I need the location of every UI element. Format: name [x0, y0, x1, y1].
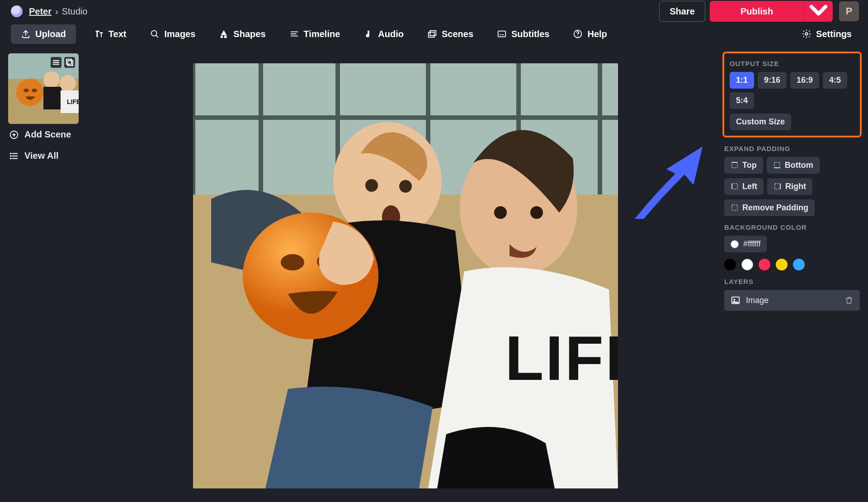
background-color-section: BACKGROUND COLOR #ffffff [722, 223, 862, 270]
pad-right-button[interactable]: Right [767, 178, 812, 195]
toolbar-timeline[interactable]: Timeline [284, 25, 346, 43]
publish-group: Publish [710, 1, 833, 22]
help-icon [573, 29, 583, 39]
view-all-label: View All [24, 151, 59, 161]
swatch-black[interactable] [724, 259, 736, 270]
svg-point-58 [494, 206, 507, 219]
annotation-arrow-icon [626, 142, 707, 223]
search-icon [150, 29, 160, 39]
background-color-title: BACKGROUND COLOR [724, 223, 860, 231]
audio-label: Audio [378, 29, 404, 39]
pad-left-button[interactable]: Left [724, 178, 764, 195]
swatch-red[interactable] [759, 259, 770, 270]
main-area: LIFE Add Scene View All [0, 45, 868, 502]
svg-point-20 [32, 89, 37, 92]
add-scene-label: Add Scene [24, 129, 71, 140]
subtitles-icon [497, 29, 507, 39]
svg-rect-65 [732, 184, 737, 189]
pad-none-icon [731, 204, 739, 212]
help-label: Help [587, 29, 607, 39]
profile-chip[interactable]: P [839, 1, 859, 21]
toolbar-images[interactable]: Images [144, 25, 201, 43]
pad-left-icon [731, 182, 739, 190]
svg-point-14 [578, 36, 579, 37]
background-color-value[interactable]: #ffffff [724, 236, 767, 252]
canvas-area: LIFE [95, 45, 716, 502]
custom-size-button[interactable]: Custom Size [730, 114, 791, 130]
share-button[interactable]: Share [659, 1, 705, 22]
aspect-ratio-row: 1:1 9:16 16:9 4:5 5:4 [730, 72, 854, 109]
view-all-button[interactable]: View All [8, 145, 95, 166]
pad-top-icon [731, 161, 739, 169]
layers-title: LAYERS [724, 278, 860, 285]
publish-more-button[interactable] [804, 1, 833, 22]
svg-rect-67 [775, 184, 780, 189]
svg-rect-30 [66, 59, 71, 64]
gear-icon [802, 29, 811, 39]
trash-icon[interactable] [844, 296, 854, 305]
publish-button[interactable]: Publish [710, 1, 804, 22]
add-scene-button[interactable]: Add Scene [8, 124, 95, 145]
canvas-image[interactable]: LIFE [193, 63, 618, 488]
output-size-section: OUTPUT SIZE 1:1 9:16 16:9 4:5 5:4 Custom… [722, 52, 862, 137]
ratio-16-9[interactable]: 16:9 [790, 72, 819, 89]
ratio-1-1[interactable]: 1:1 [730, 72, 754, 89]
scenes-icon [427, 29, 437, 39]
layer-row-image[interactable]: Image [724, 290, 860, 311]
ratio-5-4[interactable]: 5:4 [730, 92, 754, 109]
ratio-9-16[interactable]: 9:16 [758, 72, 787, 89]
expand-padding-title: EXPAND PADDING [724, 145, 860, 152]
toolbar-help[interactable]: Help [567, 25, 612, 43]
timeline-label: Timeline [304, 29, 340, 39]
chevron-down-icon [804, 0, 833, 27]
toolbar-scenes[interactable]: Scenes [422, 25, 479, 43]
breadcrumb-user[interactable]: Peter [29, 6, 52, 17]
swatch-white[interactable] [741, 259, 753, 270]
scene-thumbnail[interactable]: LIFE [8, 53, 79, 124]
svg-point-59 [530, 206, 543, 219]
svg-rect-63 [774, 162, 780, 168]
duplicate-icon[interactable] [64, 57, 75, 68]
timeline-icon [289, 29, 299, 39]
remove-padding-button[interactable]: Remove Padding [724, 199, 815, 216]
shapes-label: Shapes [233, 29, 265, 39]
toolbar: Upload Text Images Shapes Timeline Audio… [0, 23, 868, 45]
shapes-icon [219, 29, 229, 39]
pad-bottom-button[interactable]: Bottom [767, 157, 820, 174]
toolbar-subtitles[interactable]: Subtitles [491, 25, 555, 43]
images-label: Images [164, 29, 195, 39]
ratio-4-5[interactable]: 4:5 [823, 72, 847, 89]
toolbar-audio[interactable]: Audio [358, 25, 409, 43]
toolbar-settings[interactable]: Settings [796, 25, 857, 43]
svg-point-23 [60, 75, 76, 91]
top-bar: Peter › Studio Share Publish P [0, 0, 868, 23]
svg-text:LIFE: LIFE [505, 322, 618, 393]
pad-bottom-icon [773, 161, 781, 169]
color-swatch-row [724, 259, 860, 270]
toolbar-text[interactable]: Text [89, 25, 132, 43]
swatch-yellow[interactable] [776, 259, 788, 270]
svg-rect-61 [732, 162, 737, 168]
svg-point-71 [733, 298, 735, 300]
swatch-blue[interactable] [793, 259, 805, 270]
breadcrumb-page: Studio [62, 6, 88, 17]
svg-text:LIFE: LIFE [67, 98, 79, 105]
upload-button[interactable]: Upload [11, 24, 76, 44]
breadcrumb-separator: › [55, 6, 58, 17]
layers-section: LAYERS Image [722, 278, 862, 311]
reorder-icon[interactable] [51, 57, 61, 68]
svg-point-37 [10, 153, 11, 154]
output-size-title: OUTPUT SIZE [730, 60, 854, 67]
avatar[interactable] [11, 5, 23, 17]
svg-point-19 [24, 89, 29, 92]
svg-rect-9 [430, 31, 436, 36]
scenes-label: Scenes [442, 29, 473, 39]
pad-top-button[interactable]: Top [724, 157, 763, 174]
list-icon [9, 151, 19, 161]
toolbar-shapes[interactable]: Shapes [213, 25, 271, 43]
text-label: Text [108, 29, 127, 39]
svg-rect-29 [68, 61, 73, 66]
svg-point-21 [43, 71, 60, 88]
svg-point-3 [221, 36, 223, 38]
svg-point-39 [10, 158, 11, 159]
